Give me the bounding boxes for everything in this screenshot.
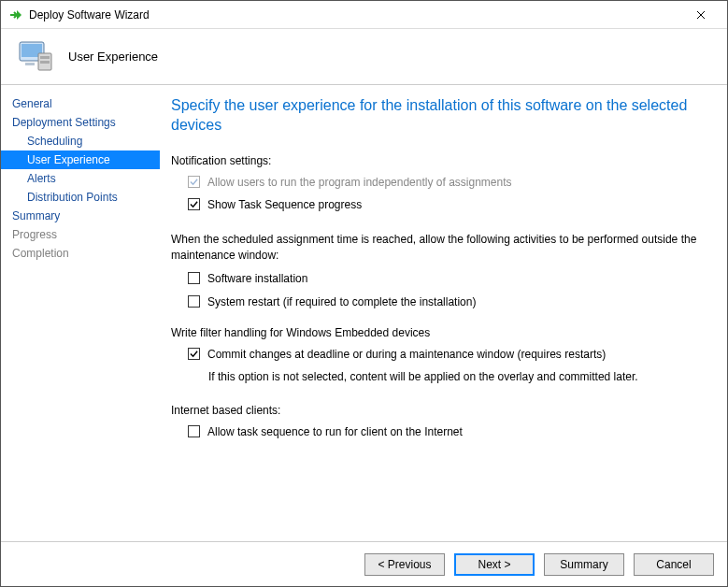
svg-rect-4 — [40, 61, 50, 64]
previous-button[interactable]: < Previous — [364, 553, 445, 576]
content: Specify the user experience for the inst… — [160, 85, 727, 541]
sidebar-item-alerts[interactable]: Alerts — [1, 169, 160, 188]
outside-mw-text: When the scheduled assignment time is re… — [171, 232, 708, 264]
svg-rect-3 — [40, 56, 50, 59]
sidebar-item-completion: Completion — [1, 244, 160, 263]
wizard-icon — [8, 7, 23, 22]
cb-row-commit-changes[interactable]: Commit changes at deadline or during a m… — [188, 347, 708, 363]
cb-row-allow-independent: Allow users to run the program independe… — [188, 175, 708, 191]
sidebar-item-distribution-points[interactable]: Distribution Points — [1, 188, 160, 207]
checkbox-commit-changes[interactable] — [188, 348, 200, 360]
internet-clients-label: Internet based clients: — [171, 404, 708, 417]
window-title: Deploy Software Wizard — [29, 8, 682, 21]
notification-settings-label: Notification settings: — [171, 154, 708, 167]
summary-button[interactable]: Summary — [544, 553, 624, 576]
sidebar-item-scheduling[interactable]: Scheduling — [1, 132, 160, 150]
body: GeneralDeployment SettingsSchedulingUser… — [1, 85, 727, 541]
label-allow-independent: Allow users to run the program independe… — [207, 175, 512, 191]
wizard-window: Deploy Software Wizard User Experience G… — [0, 0, 728, 587]
label-system-restart: System restart (if required to complete … — [207, 294, 476, 310]
label-commit-changes: Commit changes at deadline or during a m… — [207, 347, 606, 363]
sidebar-item-deployment-settings[interactable]: Deployment Settings — [1, 113, 160, 132]
page-title: User Experience — [68, 50, 158, 64]
label-allow-internet: Allow task sequence to run for client on… — [207, 424, 463, 440]
write-filter-label: Write filter handling for Windows Embedd… — [171, 326, 708, 339]
checkbox-allow-internet[interactable] — [188, 425, 200, 437]
label-show-progress: Show Task Sequence progress — [207, 197, 362, 213]
titlebar: Deploy Software Wizard — [1, 1, 727, 29]
cb-row-system-restart[interactable]: System restart (if required to complete … — [188, 294, 708, 310]
checkbox-show-progress[interactable] — [188, 198, 200, 210]
sidebar-item-user-experience[interactable]: User Experience — [1, 150, 160, 169]
computer-icon — [12, 35, 57, 79]
close-button[interactable] — [682, 2, 720, 28]
checkbox-software-install[interactable] — [188, 272, 200, 284]
checkbox-system-restart[interactable] — [188, 295, 200, 308]
sidebar-item-summary[interactable]: Summary — [1, 207, 160, 225]
svg-rect-5 — [25, 63, 35, 65]
label-software-install: Software installation — [207, 271, 307, 287]
header: User Experience — [1, 29, 727, 85]
cb-row-show-progress[interactable]: Show Task Sequence progress — [188, 197, 708, 213]
content-heading: Specify the user experience for the inst… — [171, 96, 708, 136]
cb-row-allow-internet[interactable]: Allow task sequence to run for client on… — [188, 424, 708, 440]
footer: < Previous Next > Summary Cancel — [1, 541, 727, 586]
cb-row-software-install[interactable]: Software installation — [188, 271, 708, 287]
cancel-button[interactable]: Cancel — [634, 553, 714, 576]
sidebar-item-progress: Progress — [1, 225, 160, 244]
next-button[interactable]: Next > — [454, 553, 535, 576]
commit-note: If this option is not selected, content … — [208, 370, 708, 383]
sidebar-item-general[interactable]: General — [1, 94, 160, 113]
sidebar: GeneralDeployment SettingsSchedulingUser… — [1, 85, 160, 541]
checkbox-allow-independent — [188, 176, 200, 188]
